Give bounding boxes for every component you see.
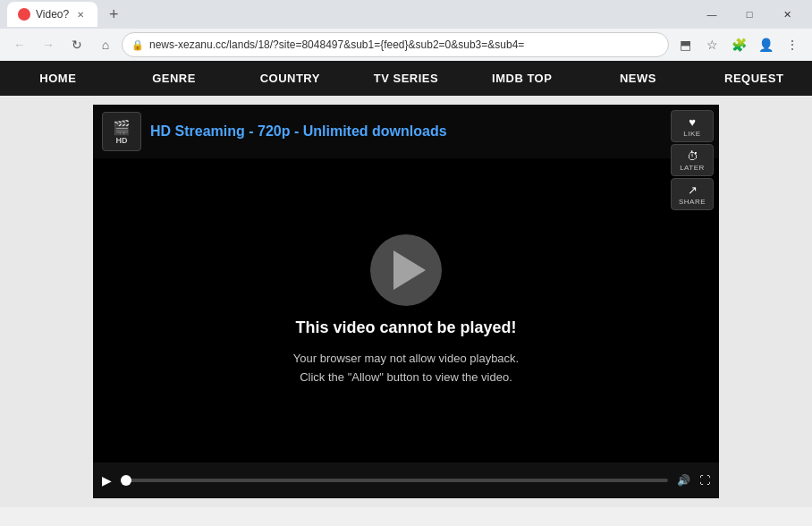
tab-close-button[interactable]: ✕: [74, 8, 87, 21]
play-pause-button[interactable]: ▶: [102, 473, 112, 488]
profile-button[interactable]: 👤: [753, 32, 778, 57]
video-error-message: Your browser may not allow video playbac…: [293, 350, 519, 387]
side-action-buttons: ♥ LIKE ⏱ LATER ↗ SHARE: [665, 105, 719, 216]
video-controls: ▶ 🔊 ⛶: [93, 462, 719, 498]
later-label: LATER: [680, 164, 705, 172]
active-tab[interactable]: Video? ✕: [7, 2, 97, 27]
video-header: 🎬 HD HD Streaming - 720p - Unlimited dow…: [93, 105, 719, 158]
close-window-button[interactable]: ✕: [769, 0, 805, 29]
back-button[interactable]: ←: [7, 32, 32, 57]
site-navigation: HOME GENRE COUNTRY TV SERIES IMDB TOP NE…: [0, 61, 812, 96]
video-player-container: 🎬 HD HD Streaming - 720p - Unlimited dow…: [93, 105, 719, 498]
share-label: SHARE: [679, 198, 706, 206]
address-bar[interactable]: 🔒 news-xezanu.cc/lands/18/?site=8048497&…: [122, 32, 669, 57]
progress-bar[interactable]: [121, 479, 668, 482]
tab-title: Video?: [36, 8, 69, 21]
hd-text: HD: [116, 136, 128, 145]
address-bar-row: ← → ↻ ⌂ 🔒 news-xezanu.cc/lands/18/?site=…: [0, 29, 812, 61]
title-bar: Video? ✕ + — □ ✕: [0, 0, 812, 29]
tab-favicon: [18, 8, 30, 21]
browser-action-buttons: ⬒ ☆ 🧩 👤 ⋮: [672, 32, 805, 57]
video-error-title: This video cannot be played!: [295, 318, 516, 337]
disabled-play-circle: [370, 234, 442, 306]
like-button[interactable]: ♥ LIKE: [671, 110, 714, 142]
like-icon: ♥: [689, 115, 696, 129]
cast-button[interactable]: ⬒: [672, 32, 698, 57]
progress-handle[interactable]: [121, 475, 131, 486]
disabled-play-icon: [393, 250, 426, 290]
film-icon: 🎬: [113, 119, 131, 136]
url-text: news-xezanu.cc/lands/18/?site=8048497&su…: [149, 38, 659, 51]
reload-button[interactable]: ↻: [64, 32, 89, 57]
window-controls: — □ ✕: [694, 0, 805, 29]
nav-request[interactable]: REQUEST: [696, 61, 812, 96]
hd-badge: 🎬 HD: [102, 112, 141, 151]
share-icon: ↗: [688, 183, 698, 197]
nav-genre[interactable]: GENRE: [116, 61, 233, 96]
tabs-area: Video? ✕ +: [7, 2, 126, 27]
nav-home[interactable]: HOME: [0, 61, 116, 96]
extension-button[interactable]: 🧩: [726, 32, 751, 57]
maximize-button[interactable]: □: [732, 0, 767, 29]
forward-button[interactable]: →: [36, 32, 61, 57]
video-error-line1: Your browser may not allow video playbac…: [293, 352, 519, 365]
nav-country[interactable]: COUNTRY: [232, 61, 348, 96]
later-button[interactable]: ⏱ LATER: [671, 144, 714, 176]
later-icon: ⏱: [687, 149, 698, 163]
security-icon: 🔒: [131, 39, 144, 51]
volume-button[interactable]: 🔊: [677, 474, 690, 487]
like-label: LIKE: [683, 130, 700, 138]
video-title: HD Streaming - 720p - Unlimited download…: [150, 123, 447, 140]
home-button[interactable]: ⌂: [93, 32, 118, 57]
main-content: 🎬 HD HD Streaming - 720p - Unlimited dow…: [0, 96, 812, 507]
video-area: This video cannot be played! Your browse…: [93, 158, 719, 462]
fullscreen-button[interactable]: ⛶: [699, 474, 710, 487]
menu-button[interactable]: ⋮: [780, 32, 805, 57]
nav-imdb-top[interactable]: IMDB TOP: [464, 61, 580, 96]
bookmark-button[interactable]: ☆: [699, 32, 724, 57]
new-tab-button[interactable]: +: [101, 2, 126, 27]
nav-tv-series[interactable]: TV SERIES: [348, 61, 464, 96]
video-error-line2: Click the "Allow" button to view the vid…: [300, 370, 512, 384]
nav-news[interactable]: NEWS: [580, 61, 697, 96]
share-button[interactable]: ↗ SHARE: [671, 178, 714, 210]
minimize-button[interactable]: —: [694, 0, 730, 29]
